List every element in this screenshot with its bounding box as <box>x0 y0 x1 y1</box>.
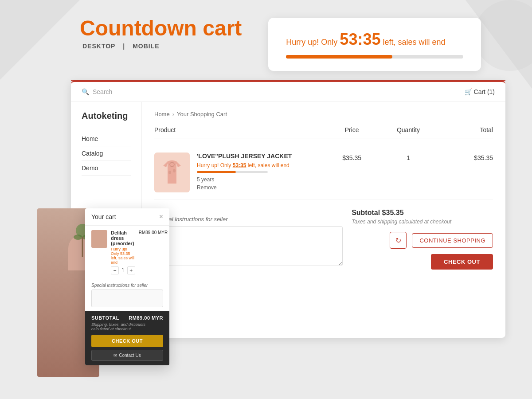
breadcrumb-home[interactable]: Home <box>154 111 170 117</box>
mobile-contact-icon: ✉ <box>113 353 117 358</box>
mobile-instructions-box[interactable] <box>91 289 163 307</box>
product-thumbnail <box>154 153 190 192</box>
countdown-banner: Hurry up! Only 53:35 left, sales will en… <box>268 18 481 71</box>
product-name: 'LOVE''PLUSH JERSEY JACKET <box>197 153 292 160</box>
table-row: 'LOVE''PLUSH JERSEY JACKET Hurry up! Onl… <box>154 145 493 200</box>
search-placeholder: Search <box>93 88 112 95</box>
brand-block: Countdown cart DESKTOP | MOBILE <box>80 18 242 50</box>
breadcrumb-current: Your Shopping Cart <box>177 111 227 117</box>
countdown-bar-fill <box>286 55 392 59</box>
mobile-item-info: Delilah dress (preorder) Hurry up! Only … <box>111 230 135 274</box>
sidebar-item-demo[interactable]: Demo <box>82 161 131 176</box>
cart-button[interactable]: 🛒 Cart (1) <box>465 88 495 95</box>
product-info: 'LOVE''PLUSH JERSEY JACKET Hurry up! Onl… <box>197 153 292 191</box>
product-countdown: Hurry up! Only 53:35 left, sales will en… <box>197 162 292 168</box>
mobile-cart-close-button[interactable]: × <box>159 213 163 221</box>
mobile-qty-increase[interactable]: + <box>127 266 135 274</box>
mobile-cart-title: Your cart <box>91 213 116 220</box>
product-countdown-bar <box>197 171 268 173</box>
mobile-contact-label: Contact Us <box>119 353 141 358</box>
svg-point-7 <box>74 235 82 240</box>
svg-point-5 <box>173 169 176 172</box>
cart-item-product: 'LOVE''PLUSH JERSEY JACKET Hurry up! Onl… <box>154 153 324 192</box>
product-remove-button[interactable]: Remove <box>197 184 292 191</box>
mobile-qty-control: − 1 + <box>111 266 135 274</box>
store-header: 🔍 Search 🛒 Cart (1) <box>71 82 505 102</box>
search-icon: 🔍 <box>82 88 89 95</box>
brand-title: Countdown cart <box>80 18 242 39</box>
special-instructions-label: Special instructions for seller <box>154 216 343 223</box>
mobile-qty-value: 1 <box>121 267 125 274</box>
mobile-instructions-section: Special instructions for seller <box>85 279 169 311</box>
refresh-button[interactable]: ↻ <box>390 232 407 249</box>
cart-table-header: Product Price Quantity Total <box>154 126 493 138</box>
search-bar[interactable]: 🔍 Search <box>82 88 112 95</box>
tax-note: Taxes and shipping calculated at checkou… <box>352 219 493 225</box>
product-countdown-time: 53:35 <box>233 162 246 168</box>
breadcrumb-separator: › <box>172 111 174 117</box>
subtotal-text: Subtotal $35.35 <box>352 209 493 217</box>
mobile-tax-note: Shipping, taxes, and discounts calculate… <box>91 322 163 331</box>
mobile-contact-button[interactable]: ✉ Contact Us <box>91 350 163 361</box>
column-header-total: Total <box>437 126 493 133</box>
mobile-instructions-label: Special instructions for seller <box>91 283 163 288</box>
mobile-item-name: Delilah dress (preorder) <box>111 230 135 246</box>
continue-shopping-button[interactable]: CONTINUE SHOPPING <box>412 233 493 248</box>
special-instructions-section: Special instructions for seller <box>154 216 343 270</box>
mobile-cart-item: Delilah dress (preorder) Hurry up! Only … <box>85 226 169 279</box>
countdown-text: Hurry up! Only 53:35 left, sales will en… <box>286 30 463 49</box>
cart-label: Cart (1) <box>474 88 495 95</box>
sidebar-item-home[interactable]: Home <box>82 132 131 146</box>
mobile-cart: Your cart × Delilah dress (preorder) Hur… <box>85 208 169 365</box>
product-variant: 5 years <box>197 176 292 183</box>
subtotal-section: Subtotal $35.35 Taxes and shipping calcu… <box>352 209 493 270</box>
bottom-section: Special instructions for seller Subtotal… <box>154 209 493 270</box>
column-header-product: Product <box>154 126 324 133</box>
special-instructions-input[interactable] <box>154 226 343 266</box>
brand-subtitle: DESKTOP | MOBILE <box>80 43 242 50</box>
countdown-timer: 53:35 <box>340 30 380 48</box>
sidebar-item-catalog[interactable]: Catalog <box>82 146 131 161</box>
cart-icon: 🛒 <box>465 88 472 95</box>
mobile-cart-popup: Your cart × Delilah dress (preorder) Hur… <box>85 208 169 365</box>
checkout-button[interactable]: CHECK OUT <box>431 254 493 270</box>
mobile-subtotal-label: SUBTOTAL <box>91 315 119 321</box>
mobile-item-countdown: Hurry up! Only 53:35 left, sales will en… <box>111 247 135 265</box>
cart-item-quantity: 1 <box>380 153 436 161</box>
column-header-quantity: Quantity <box>380 126 436 133</box>
product-countdown-bar-fill <box>197 171 236 173</box>
action-buttons: ↻ CONTINUE SHOPPING <box>352 232 493 249</box>
mobile-item-price: RM89.00 MYR <box>139 230 168 235</box>
mobile-item-thumbnail <box>91 230 107 248</box>
mobile-subtotal-amount: RM89.00 MYR <box>129 315 163 321</box>
cart-item-total: $35.35 <box>437 153 493 161</box>
mobile-subtotal-row: SUBTOTAL RM89.00 MYR <box>91 315 163 321</box>
breadcrumb: Home › Your Shopping Cart <box>154 111 493 117</box>
store-content: Home › Your Shopping Cart Product Price … <box>142 102 505 278</box>
cart-item-price: $35.35 <box>324 153 380 161</box>
store-logo: Autoketing <box>82 111 131 121</box>
mobile-cart-header: Your cart × <box>85 208 169 226</box>
mobile-checkout-button[interactable]: CHECK OUT <box>91 335 163 347</box>
mobile-qty-decrease[interactable]: − <box>111 266 119 274</box>
svg-point-4 <box>168 171 171 174</box>
refresh-icon: ↻ <box>395 236 401 245</box>
column-header-price: Price <box>324 126 380 133</box>
countdown-bar-background <box>286 55 463 59</box>
mobile-cart-footer: SUBTOTAL RM89.00 MYR Shipping, taxes, an… <box>85 311 169 365</box>
